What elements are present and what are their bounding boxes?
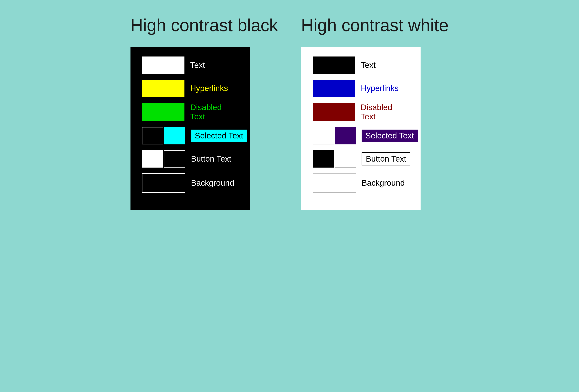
hcw-text-row: Text <box>313 57 409 74</box>
hcw-selected-row: Selected Text <box>313 127 409 145</box>
hcb-hyperlinks-swatch <box>142 80 184 97</box>
hcb-hyperlinks-row: Hyperlinks <box>142 80 238 97</box>
hcw-bg-row: Background <box>313 173 409 193</box>
main-container: High contrast black Text Hyperlinks Disa… <box>11 15 568 210</box>
hcb-section: High contrast black Text Hyperlinks Disa… <box>131 15 278 210</box>
hcw-selected-swatch-white <box>313 127 334 145</box>
hcb-selected-badge: Selected Text <box>191 130 247 142</box>
hcw-button-row: Button Text <box>313 150 409 167</box>
hcw-button-swatches <box>313 150 356 167</box>
hcw-panel: Text Hyperlinks Disabled Text Selected T… <box>301 47 421 210</box>
hcb-text-row: Text <box>142 57 238 74</box>
hcw-text-swatch <box>313 57 355 74</box>
hcb-disabled-swatch <box>142 103 184 121</box>
hcb-button-swatches <box>142 150 185 167</box>
hcb-selected-row: Selected Text <box>142 127 238 145</box>
hcb-title: High contrast black <box>131 15 278 35</box>
hcb-selected-swatch-cyan <box>164 127 185 145</box>
hcw-hyperlinks-row: Hyperlinks <box>313 80 409 97</box>
hcb-text-swatch <box>142 57 184 74</box>
hcb-bg-row: Background <box>142 173 238 193</box>
hcw-title: High contrast white <box>301 15 448 35</box>
hcw-bg-label: Background <box>362 178 405 188</box>
hcb-hyperlinks-label: Hyperlinks <box>190 84 228 93</box>
hcw-disabled-row: Disabled Text <box>313 103 409 121</box>
hcb-button-swatch-black <box>164 150 185 167</box>
hcb-button-swatch-white <box>142 150 163 167</box>
hcb-bg-label: Background <box>191 178 234 188</box>
hcw-text-label: Text <box>361 61 376 70</box>
hcw-button-badge: Button Text <box>362 152 410 165</box>
hcw-disabled-label: Disabled Text <box>361 103 409 121</box>
hcb-selected-swatch-black <box>142 127 163 145</box>
hcw-button-swatch-white <box>335 150 356 167</box>
hcb-panel: Text Hyperlinks Disabled Text Selected T… <box>131 47 250 210</box>
hcb-button-label: Button Text <box>191 154 231 163</box>
hcb-disabled-label: Disabled Text <box>190 103 238 121</box>
hcb-selected-swatches <box>142 127 185 145</box>
hcb-bg-swatch <box>142 173 185 193</box>
hcb-button-row: Button Text <box>142 150 238 167</box>
hcb-disabled-row: Disabled Text <box>142 103 238 121</box>
hcw-hyperlinks-label: Hyperlinks <box>361 84 399 93</box>
hcb-text-label: Text <box>190 61 205 70</box>
hcw-selected-badge: Selected Text <box>362 130 418 142</box>
hcw-hyperlinks-swatch <box>313 80 355 97</box>
hcw-disabled-swatch <box>313 103 355 121</box>
hcw-button-swatch-black <box>313 150 334 167</box>
hcw-selected-swatches <box>313 127 356 145</box>
hcw-section: High contrast white Text Hyperlinks Disa… <box>301 15 448 210</box>
hcw-selected-swatch-purple <box>335 127 356 145</box>
hcw-bg-swatch <box>313 173 356 193</box>
